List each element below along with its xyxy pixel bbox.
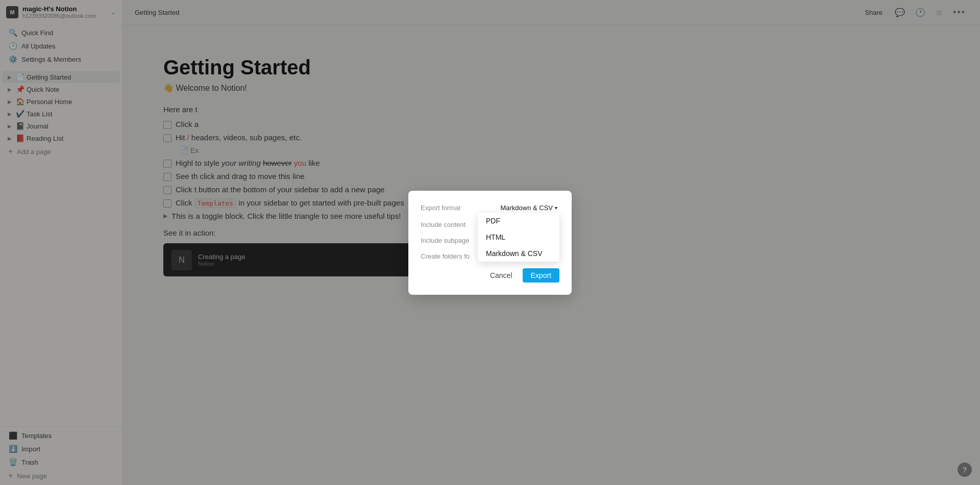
format-dropdown: PDF HTML Markdown & CSV [478,213,559,262]
format-option-markdown[interactable]: Markdown & CSV [478,245,559,262]
format-option-html[interactable]: HTML [478,229,559,245]
export-button[interactable]: Export [523,268,559,283]
format-option-pdf[interactable]: PDF [478,213,559,229]
selected-format-label: Markdown & CSV [500,204,553,212]
chevron-down-icon: ▾ [555,205,557,211]
create-folders-label: Create folders fo [421,252,470,260]
dialog-actions: Cancel Export [421,268,559,283]
include-content-label: Include content [421,221,465,228]
include-subpage-label: Include subpage [421,237,469,244]
cancel-button[interactable]: Cancel [484,268,519,283]
export-format-row: Export format Markdown & CSV ▾ PDF HTML … [421,203,559,213]
format-select-button[interactable]: Markdown & CSV ▾ [498,203,559,213]
export-format-label: Export format [421,204,460,212]
format-select-wrapper: Markdown & CSV ▾ PDF HTML Markdown & CSV [498,203,559,213]
dialog-overlay: Export format Markdown & CSV ▾ PDF HTML … [0,0,980,485]
export-dialog: Export format Markdown & CSV ▾ PDF HTML … [408,191,572,295]
